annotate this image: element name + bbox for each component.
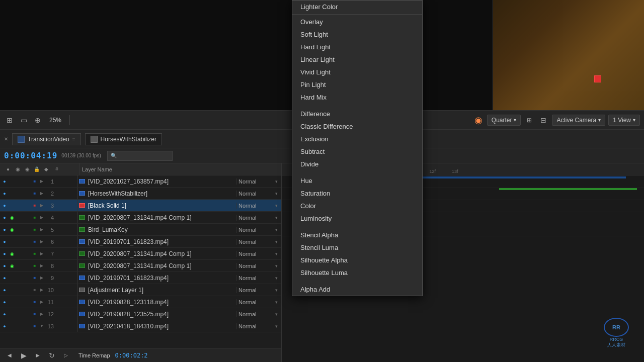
dropdown-item-overlay[interactable]: Overlay bbox=[292, 16, 422, 28]
camera-btn[interactable]: Active Camera ▾ bbox=[552, 115, 605, 126]
close-icon[interactable]: ✕ bbox=[4, 136, 8, 142]
blend-dropdown-11[interactable]: ▾ bbox=[271, 300, 281, 305]
expand-3[interactable]: ▶ bbox=[39, 203, 45, 209]
dropdown-item-linear-light[interactable]: Linear Light bbox=[292, 53, 422, 66]
prev-frame-btn[interactable]: ◀ bbox=[4, 350, 15, 361]
lock-icon-9[interactable] bbox=[24, 275, 31, 282]
solo-icon-7[interactable] bbox=[16, 250, 23, 257]
blend-dropdown-4[interactable]: ▾ bbox=[271, 215, 281, 220]
vis-icon-9[interactable]: ● bbox=[1, 275, 8, 282]
blend-dropdown-3[interactable]: ▾ bbox=[271, 203, 281, 208]
solo-icon-11[interactable] bbox=[16, 299, 23, 306]
search-box[interactable]: 🔍 bbox=[107, 151, 173, 161]
expand-2[interactable]: ▶ bbox=[39, 191, 45, 197]
layer-row[interactable]: ● ■ ▶ 6 [VID_20190701_161823.mp4] Normal… bbox=[0, 236, 281, 248]
quality-btn[interactable]: Quarter ▾ bbox=[487, 115, 521, 126]
tab-transition-video[interactable]: TransitionVideo ≡ bbox=[12, 133, 81, 145]
blend-dropdown-13[interactable]: ▾ bbox=[271, 324, 281, 329]
vis-icon-12[interactable]: ● bbox=[1, 311, 8, 318]
layer-row[interactable]: ● ◉ ■ ▶ 7 [VID_20200807_131341.mp4 Comp … bbox=[0, 248, 281, 260]
lock-icon-12[interactable] bbox=[24, 311, 31, 318]
vis-icon-4[interactable]: ● bbox=[1, 214, 8, 221]
snapshot-icon[interactable]: ⊟ bbox=[538, 115, 549, 126]
comp-icon[interactable]: ⊞ bbox=[524, 115, 535, 126]
dropdown-item-silhouette-alpha[interactable]: Silhouette Alpha bbox=[292, 254, 422, 266]
audio-icon-7[interactable]: ◉ bbox=[9, 250, 16, 257]
expand-12[interactable]: ▶ bbox=[39, 311, 45, 317]
layer-row[interactable]: ● ■ ▼ 13 [VID_20210418_184310.mp4] Norma… bbox=[0, 320, 281, 332]
dropdown-item-alpha-add[interactable]: Alpha Add bbox=[292, 283, 422, 296]
solo-icon-2[interactable] bbox=[16, 190, 23, 197]
tab-horses[interactable]: HorsesWithStabilizer bbox=[85, 133, 162, 145]
blend-dropdown-2[interactable]: ▾ bbox=[271, 191, 281, 196]
vis-icon-13[interactable]: ● bbox=[1, 323, 8, 330]
audio-icon-11[interactable] bbox=[9, 299, 16, 306]
solo-icon-6[interactable] bbox=[16, 238, 23, 245]
dropdown-item-soft-light[interactable]: Soft Light bbox=[292, 28, 422, 41]
next-frame-btn[interactable]: ▶ bbox=[32, 350, 43, 361]
vis-icon-8[interactable]: ● bbox=[1, 262, 8, 269]
solo-icon-8[interactable] bbox=[16, 262, 23, 269]
audio-icon-1[interactable] bbox=[9, 178, 16, 185]
audio-icon-3[interactable] bbox=[9, 202, 16, 209]
dropdown-item-saturation[interactable]: Saturation bbox=[292, 187, 422, 200]
lock-icon-5[interactable] bbox=[24, 226, 31, 233]
dropdown-item-hard-mix[interactable]: Hard Mix bbox=[292, 91, 422, 104]
layer-row[interactable]: ● ◉ ■ ▶ 4 [VID_20200807_131341.mp4 Comp … bbox=[0, 212, 281, 224]
audio-icon-10[interactable] bbox=[9, 287, 16, 294]
dropdown-item-divide[interactable]: Divide bbox=[292, 158, 422, 170]
expand-4[interactable]: ▶ bbox=[39, 215, 45, 221]
expand-10[interactable]: ▶ bbox=[39, 287, 45, 293]
dropdown-item-stencil-luma[interactable]: Stencil Luma bbox=[292, 241, 422, 254]
lock-icon-6[interactable] bbox=[24, 238, 31, 245]
blend-dropdown-7[interactable]: ▾ bbox=[271, 251, 281, 256]
layer-row[interactable]: ● ■ ▶ 12 [VID_20190828_123525.mp4] Norma… bbox=[0, 308, 281, 320]
tab-menu-icon[interactable]: ≡ bbox=[72, 136, 75, 142]
dropdown-item-difference[interactable]: Difference bbox=[292, 108, 422, 120]
expand-6[interactable]: ▶ bbox=[39, 239, 45, 245]
solo-icon-13[interactable] bbox=[16, 323, 23, 330]
blend-dropdown-1[interactable]: ▾ bbox=[271, 179, 281, 184]
solo-icon-12[interactable] bbox=[16, 311, 23, 318]
dropdown-item-luminosity[interactable]: Luminosity bbox=[292, 212, 422, 225]
blend-dropdown-6[interactable]: ▾ bbox=[271, 239, 281, 244]
vis-icon-1[interactable]: ● bbox=[1, 178, 8, 185]
play-btn[interactable]: ▶ bbox=[18, 350, 29, 361]
expand-1[interactable]: ▶ bbox=[39, 178, 45, 185]
lock-icon-4[interactable] bbox=[24, 214, 31, 221]
expand-5[interactable]: ▶ bbox=[39, 227, 45, 233]
blend-dropdown-9[interactable]: ▾ bbox=[271, 276, 281, 281]
audio-icon-5[interactable]: ◉ bbox=[9, 226, 16, 233]
audio-icon-9[interactable] bbox=[9, 275, 16, 282]
solo-icon-9[interactable] bbox=[16, 275, 23, 282]
vis-icon-3[interactable]: ● bbox=[1, 202, 8, 209]
layer-row[interactable]: ● ■ ▶ 9 [VID_20190701_161823.mp4] Normal… bbox=[0, 272, 281, 284]
dropdown-item-exclusion[interactable]: Exclusion bbox=[292, 133, 422, 145]
layer-row[interactable]: ● ◉ ■ ▶ 8 [VID_20200807_131341.mp4 Comp … bbox=[0, 260, 281, 272]
vis-icon-7[interactable]: ● bbox=[1, 250, 8, 257]
solo-icon-1[interactable] bbox=[16, 178, 23, 185]
layer-row[interactable]: ● ■ ▶ 3 [Black Solid 1] Normal ▾ bbox=[0, 200, 281, 212]
lock-icon-1[interactable] bbox=[24, 178, 31, 185]
vis-icon-2[interactable]: ● bbox=[1, 190, 8, 197]
dropdown-item-hard-light[interactable]: Hard Light bbox=[292, 41, 422, 53]
blend-dropdown-8[interactable]: ▾ bbox=[271, 263, 281, 268]
dropdown-item-silhouette-luma[interactable]: Silhouette Luma bbox=[292, 266, 422, 279]
blend-dropdown-5[interactable]: ▾ bbox=[271, 227, 281, 232]
audio-icon-6[interactable] bbox=[9, 238, 16, 245]
loop-icon[interactable]: ↻ bbox=[46, 350, 57, 361]
layer-row[interactable]: ● ◉ ■ ▶ 5 Bird_LumaKey Normal ▾ bbox=[0, 224, 281, 236]
lock-icon-10[interactable] bbox=[24, 287, 31, 294]
expand-9[interactable]: ▶ bbox=[39, 275, 45, 281]
solo-icon-10[interactable] bbox=[16, 287, 23, 294]
audio-icon-2[interactable] bbox=[9, 190, 16, 197]
lock-icon-11[interactable] bbox=[24, 299, 31, 306]
ram-preview-icon[interactable]: ▷ bbox=[60, 350, 71, 361]
dropdown-item-hue[interactable]: Hue bbox=[292, 174, 422, 187]
dropdown-item-classic-difference[interactable]: Classic Difference bbox=[292, 120, 422, 133]
blend-dropdown-12[interactable]: ▾ bbox=[271, 312, 281, 317]
vis-icon-6[interactable]: ● bbox=[1, 238, 8, 245]
blend-dropdown-10[interactable]: ▾ bbox=[271, 288, 281, 293]
lock-icon-8[interactable] bbox=[24, 262, 31, 269]
dropdown-item-stencil-alpha[interactable]: Stencil Alpha bbox=[292, 229, 422, 241]
